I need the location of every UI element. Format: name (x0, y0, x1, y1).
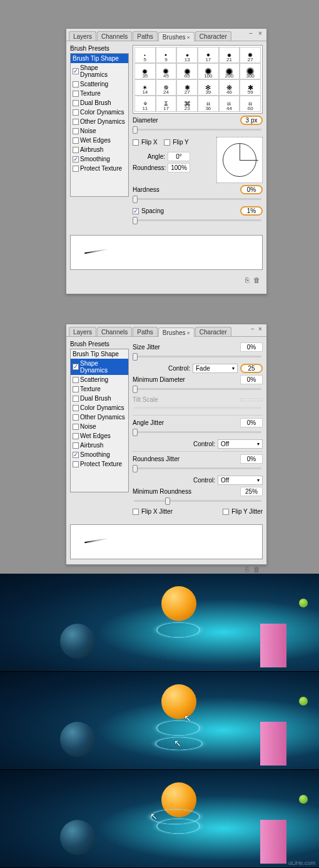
tab-paths[interactable]: Paths (133, 31, 158, 41)
list-noise[interactable]: Noise (71, 422, 128, 431)
size-jitter-label: Size Jitter (133, 344, 238, 351)
list-shape-dynamics[interactable]: ✓Shape Dynamics (71, 359, 128, 375)
size-control-select[interactable]: Fade▾ (193, 364, 238, 373)
tab-layers[interactable]: Layers (69, 327, 96, 336)
list-brush-tip-shape[interactable]: Brush Tip Shape (71, 349, 128, 359)
list-airbrush[interactable]: Airbrush (71, 145, 128, 154)
min-diameter-slider[interactable] (133, 386, 263, 392)
hardness-slider[interactable] (133, 196, 263, 202)
spacing-label: Spacing (141, 207, 238, 214)
roundness-label: Roundness: (133, 164, 165, 171)
diameter-slider[interactable] (133, 127, 263, 133)
spacing-slider[interactable] (133, 217, 263, 224)
size-control-value[interactable]: 25 (240, 364, 263, 373)
list-dual-brush[interactable]: Dual Brush (71, 98, 128, 107)
tilt-scale-label: Tilt Scale (133, 396, 238, 403)
list-color-dynamics[interactable]: Color Dynamics (71, 107, 128, 117)
tilt-scale-slider (133, 405, 263, 411)
list-texture[interactable]: Texture (71, 89, 128, 98)
min-roundness-slider[interactable] (133, 498, 263, 504)
min-roundness-value[interactable]: 25% (240, 487, 263, 496)
tab-channels[interactable]: Channels (97, 327, 132, 336)
brushes-panel-tip-shape: − × Layers Channels Paths Brushes× Chara… (66, 28, 267, 294)
spacing-checkbox[interactable]: ✓ (133, 208, 139, 214)
minimize-icon[interactable]: − (247, 30, 255, 37)
list-scattering[interactable]: Scattering (71, 375, 128, 384)
trash-icon[interactable]: 🗑 (253, 566, 260, 573)
flipy-jitter-checkbox[interactable] (223, 509, 229, 515)
list-dual-brush[interactable]: Dual Brush (71, 394, 128, 403)
angle-jitter-value[interactable]: 0% (240, 418, 263, 427)
list-airbrush[interactable]: Airbrush (71, 441, 128, 450)
list-protect-texture[interactable]: Protect Texture (71, 164, 128, 173)
flipy-jitter-label: Flip Y Jitter (231, 508, 263, 515)
list-smoothing[interactable]: ✓Smoothing (71, 450, 128, 459)
hardness-value[interactable]: 0% (240, 185, 263, 194)
min-diameter-value[interactable]: 0% (240, 375, 263, 384)
min-diameter-label: Minimum Diameter (133, 376, 238, 383)
brush-presets-label: Brush Presets (70, 341, 129, 347)
flipx-jitter-checkbox[interactable] (133, 509, 139, 515)
list-shape-dynamics[interactable]: ✓Shape Dynamics (71, 63, 128, 79)
list-wet-edges[interactable]: Wet Edges (71, 431, 128, 441)
list-other-dynamics[interactable]: Other Dynamics (71, 117, 128, 126)
tab-channels[interactable]: Channels (97, 31, 132, 41)
list-protect-texture[interactable]: Protect Texture (71, 459, 128, 469)
list-wet-edges[interactable]: Wet Edges (71, 136, 128, 145)
roundness-jitter-slider[interactable] (133, 466, 263, 472)
cursor-icon: ↖ (150, 811, 160, 822)
trash-icon[interactable]: 🗑 (253, 276, 260, 284)
result-scene-3: ↖ oLiHe.com (0, 770, 319, 868)
result-scene-2: ↖ ↖ (0, 672, 319, 770)
result-images: ↖ ↖ ↖ oLiHe.com (0, 574, 319, 868)
new-preset-icon[interactable]: ⎘ (245, 276, 250, 284)
list-color-dynamics[interactable]: Color Dynamics (71, 403, 128, 412)
cursor-icon: ↖ (184, 713, 194, 724)
brushes-panel-shape-dynamics: −× Layers Channels Paths Brushes× Charac… (66, 324, 267, 565)
flipx-checkbox[interactable] (133, 139, 139, 146)
list-texture[interactable]: Texture (71, 384, 128, 394)
tab-character[interactable]: Character (195, 31, 231, 41)
angle-control-label: Control: (193, 441, 215, 447)
tab-brushes[interactable]: Brushes× (158, 327, 195, 337)
brush-options-list: Brush Tip Shape ✓Shape Dynamics Scatteri… (70, 349, 129, 492)
roundness-value[interactable]: 100% (168, 163, 190, 172)
brush-stroke-preview (70, 524, 263, 559)
list-smoothing[interactable]: ✓Smoothing (71, 154, 128, 164)
tab-layers[interactable]: Layers (69, 31, 96, 41)
close-icon[interactable]: × (256, 326, 264, 332)
list-noise[interactable]: Noise (71, 126, 128, 136)
angle-control-select[interactable]: Off▾ (218, 439, 263, 449)
list-brush-tip-shape[interactable]: Brush Tip Shape (71, 54, 128, 63)
roundness-jitter-value[interactable]: 0% (240, 454, 263, 464)
tab-paths[interactable]: Paths (133, 327, 158, 336)
result-scene-1 (0, 574, 319, 672)
min-roundness-label: Minimum Roundness (133, 488, 238, 495)
close-icon[interactable]: × (256, 30, 264, 37)
size-control-label: Control: (168, 365, 190, 372)
brush-swatch-grid[interactable]: 5 9 13 17 21 27 35 45 65 100 200 300 ✶14… (133, 45, 263, 114)
diameter-label: Diameter (133, 117, 238, 124)
diameter-value[interactable]: 3 px (240, 116, 263, 125)
flipy-checkbox[interactable] (164, 139, 170, 146)
new-preset-icon[interactable]: ⎘ (245, 566, 250, 573)
tilt-scale-value (240, 399, 263, 401)
minimize-icon[interactable]: − (249, 326, 256, 332)
angle-jitter-slider[interactable] (133, 429, 263, 436)
list-other-dynamics[interactable]: Other Dynamics (71, 412, 128, 422)
tab-character[interactable]: Character (195, 327, 231, 336)
list-scattering[interactable]: Scattering (71, 79, 128, 89)
tab-brushes[interactable]: Brushes× (158, 32, 195, 41)
flipx-jitter-label: Flip X Jitter (141, 508, 173, 515)
watermark: oLiHe.com (288, 860, 315, 866)
size-jitter-value[interactable]: 0% (240, 342, 263, 352)
roundness-control-select[interactable]: Off▾ (218, 476, 263, 485)
cursor-icon: ↖ (174, 738, 184, 749)
angle-value[interactable]: 0° (168, 152, 190, 161)
angle-picker[interactable] (216, 137, 263, 183)
roundness-control-label: Control: (193, 477, 215, 484)
brush-presets-label: Brush Presets (70, 45, 129, 52)
spacing-value[interactable]: 1% (240, 206, 263, 216)
angle-label: Angle: (133, 153, 165, 160)
size-jitter-slider[interactable] (133, 354, 263, 360)
